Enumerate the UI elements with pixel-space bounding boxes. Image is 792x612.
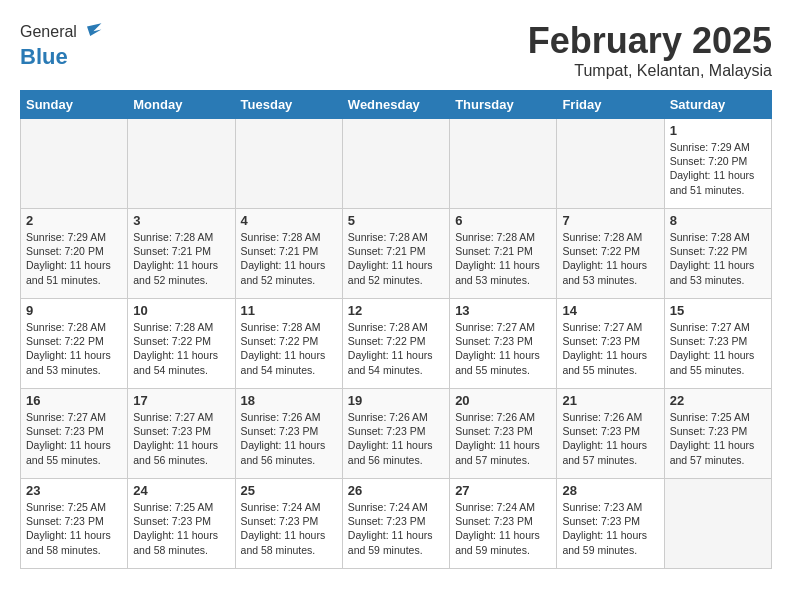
page-header: General Blue February 2025 Tumpat, Kelan… xyxy=(20,20,772,80)
calendar-cell: 18Sunrise: 7:26 AM Sunset: 7:23 PM Dayli… xyxy=(235,389,342,479)
day-info: Sunrise: 7:27 AM Sunset: 7:23 PM Dayligh… xyxy=(562,320,658,377)
day-number: 5 xyxy=(348,213,444,228)
day-info: Sunrise: 7:26 AM Sunset: 7:23 PM Dayligh… xyxy=(455,410,551,467)
day-number: 28 xyxy=(562,483,658,498)
day-number: 6 xyxy=(455,213,551,228)
calendar-cell xyxy=(664,479,771,569)
day-info: Sunrise: 7:28 AM Sunset: 7:21 PM Dayligh… xyxy=(133,230,229,287)
calendar-cell: 17Sunrise: 7:27 AM Sunset: 7:23 PM Dayli… xyxy=(128,389,235,479)
day-number: 14 xyxy=(562,303,658,318)
calendar-cell: 28Sunrise: 7:23 AM Sunset: 7:23 PM Dayli… xyxy=(557,479,664,569)
day-info: Sunrise: 7:29 AM Sunset: 7:20 PM Dayligh… xyxy=(670,140,766,197)
logo: General Blue xyxy=(20,20,103,70)
day-info: Sunrise: 7:28 AM Sunset: 7:22 PM Dayligh… xyxy=(348,320,444,377)
svg-marker-0 xyxy=(87,23,101,36)
calendar-cell: 24Sunrise: 7:25 AM Sunset: 7:23 PM Dayli… xyxy=(128,479,235,569)
calendar-cell xyxy=(235,119,342,209)
weekday-header-monday: Monday xyxy=(128,91,235,119)
calendar-cell: 21Sunrise: 7:26 AM Sunset: 7:23 PM Dayli… xyxy=(557,389,664,479)
logo-blue-text: Blue xyxy=(20,44,103,70)
day-info: Sunrise: 7:27 AM Sunset: 7:23 PM Dayligh… xyxy=(455,320,551,377)
calendar-cell xyxy=(557,119,664,209)
day-number: 7 xyxy=(562,213,658,228)
day-number: 4 xyxy=(241,213,337,228)
day-number: 11 xyxy=(241,303,337,318)
logo-general-text: General xyxy=(20,23,77,41)
day-info: Sunrise: 7:25 AM Sunset: 7:23 PM Dayligh… xyxy=(26,500,122,557)
day-number: 22 xyxy=(670,393,766,408)
calendar-cell xyxy=(342,119,449,209)
day-info: Sunrise: 7:29 AM Sunset: 7:20 PM Dayligh… xyxy=(26,230,122,287)
calendar-cell: 15Sunrise: 7:27 AM Sunset: 7:23 PM Dayli… xyxy=(664,299,771,389)
day-number: 10 xyxy=(133,303,229,318)
day-info: Sunrise: 7:28 AM Sunset: 7:22 PM Dayligh… xyxy=(133,320,229,377)
day-info: Sunrise: 7:24 AM Sunset: 7:23 PM Dayligh… xyxy=(241,500,337,557)
calendar-cell: 20Sunrise: 7:26 AM Sunset: 7:23 PM Dayli… xyxy=(450,389,557,479)
logo-bird-icon xyxy=(79,20,103,44)
day-number: 13 xyxy=(455,303,551,318)
day-number: 19 xyxy=(348,393,444,408)
day-number: 20 xyxy=(455,393,551,408)
calendar-cell: 11Sunrise: 7:28 AM Sunset: 7:22 PM Dayli… xyxy=(235,299,342,389)
day-number: 21 xyxy=(562,393,658,408)
week-row-4: 16Sunrise: 7:27 AM Sunset: 7:23 PM Dayli… xyxy=(21,389,772,479)
day-info: Sunrise: 7:27 AM Sunset: 7:23 PM Dayligh… xyxy=(670,320,766,377)
day-info: Sunrise: 7:28 AM Sunset: 7:21 PM Dayligh… xyxy=(348,230,444,287)
day-info: Sunrise: 7:26 AM Sunset: 7:23 PM Dayligh… xyxy=(562,410,658,467)
day-number: 8 xyxy=(670,213,766,228)
day-info: Sunrise: 7:26 AM Sunset: 7:23 PM Dayligh… xyxy=(348,410,444,467)
calendar-cell: 12Sunrise: 7:28 AM Sunset: 7:22 PM Dayli… xyxy=(342,299,449,389)
day-info: Sunrise: 7:27 AM Sunset: 7:23 PM Dayligh… xyxy=(133,410,229,467)
day-info: Sunrise: 7:27 AM Sunset: 7:23 PM Dayligh… xyxy=(26,410,122,467)
weekday-header-friday: Friday xyxy=(557,91,664,119)
day-number: 26 xyxy=(348,483,444,498)
calendar-cell: 22Sunrise: 7:25 AM Sunset: 7:23 PM Dayli… xyxy=(664,389,771,479)
day-number: 1 xyxy=(670,123,766,138)
calendar-cell xyxy=(128,119,235,209)
day-number: 24 xyxy=(133,483,229,498)
day-info: Sunrise: 7:23 AM Sunset: 7:23 PM Dayligh… xyxy=(562,500,658,557)
day-number: 15 xyxy=(670,303,766,318)
day-info: Sunrise: 7:28 AM Sunset: 7:22 PM Dayligh… xyxy=(562,230,658,287)
week-row-3: 9Sunrise: 7:28 AM Sunset: 7:22 PM Daylig… xyxy=(21,299,772,389)
day-info: Sunrise: 7:28 AM Sunset: 7:22 PM Dayligh… xyxy=(241,320,337,377)
day-info: Sunrise: 7:28 AM Sunset: 7:22 PM Dayligh… xyxy=(670,230,766,287)
day-info: Sunrise: 7:26 AM Sunset: 7:23 PM Dayligh… xyxy=(241,410,337,467)
calendar-cell: 1Sunrise: 7:29 AM Sunset: 7:20 PM Daylig… xyxy=(664,119,771,209)
calendar-cell: 6Sunrise: 7:28 AM Sunset: 7:21 PM Daylig… xyxy=(450,209,557,299)
day-info: Sunrise: 7:28 AM Sunset: 7:21 PM Dayligh… xyxy=(241,230,337,287)
calendar-cell: 8Sunrise: 7:28 AM Sunset: 7:22 PM Daylig… xyxy=(664,209,771,299)
calendar-cell: 5Sunrise: 7:28 AM Sunset: 7:21 PM Daylig… xyxy=(342,209,449,299)
weekday-header-wednesday: Wednesday xyxy=(342,91,449,119)
day-number: 16 xyxy=(26,393,122,408)
calendar-cell xyxy=(450,119,557,209)
calendar-cell: 26Sunrise: 7:24 AM Sunset: 7:23 PM Dayli… xyxy=(342,479,449,569)
day-number: 27 xyxy=(455,483,551,498)
day-number: 9 xyxy=(26,303,122,318)
month-title: February 2025 xyxy=(528,20,772,62)
calendar-cell: 25Sunrise: 7:24 AM Sunset: 7:23 PM Dayli… xyxy=(235,479,342,569)
calendar-cell: 19Sunrise: 7:26 AM Sunset: 7:23 PM Dayli… xyxy=(342,389,449,479)
day-number: 3 xyxy=(133,213,229,228)
day-number: 23 xyxy=(26,483,122,498)
calendar-cell xyxy=(21,119,128,209)
weekday-header-row: SundayMondayTuesdayWednesdayThursdayFrid… xyxy=(21,91,772,119)
calendar-cell: 4Sunrise: 7:28 AM Sunset: 7:21 PM Daylig… xyxy=(235,209,342,299)
weekday-header-thursday: Thursday xyxy=(450,91,557,119)
calendar-cell: 16Sunrise: 7:27 AM Sunset: 7:23 PM Dayli… xyxy=(21,389,128,479)
calendar-cell: 10Sunrise: 7:28 AM Sunset: 7:22 PM Dayli… xyxy=(128,299,235,389)
day-number: 12 xyxy=(348,303,444,318)
day-info: Sunrise: 7:25 AM Sunset: 7:23 PM Dayligh… xyxy=(670,410,766,467)
calendar-cell: 27Sunrise: 7:24 AM Sunset: 7:23 PM Dayli… xyxy=(450,479,557,569)
day-info: Sunrise: 7:28 AM Sunset: 7:21 PM Dayligh… xyxy=(455,230,551,287)
weekday-header-tuesday: Tuesday xyxy=(235,91,342,119)
weekday-header-saturday: Saturday xyxy=(664,91,771,119)
calendar-cell: 14Sunrise: 7:27 AM Sunset: 7:23 PM Dayli… xyxy=(557,299,664,389)
week-row-5: 23Sunrise: 7:25 AM Sunset: 7:23 PM Dayli… xyxy=(21,479,772,569)
calendar-cell: 23Sunrise: 7:25 AM Sunset: 7:23 PM Dayli… xyxy=(21,479,128,569)
day-info: Sunrise: 7:24 AM Sunset: 7:23 PM Dayligh… xyxy=(455,500,551,557)
title-block: February 2025 Tumpat, Kelantan, Malaysia xyxy=(528,20,772,80)
calendar-table: SundayMondayTuesdayWednesdayThursdayFrid… xyxy=(20,90,772,569)
calendar-cell: 13Sunrise: 7:27 AM Sunset: 7:23 PM Dayli… xyxy=(450,299,557,389)
location-subtitle: Tumpat, Kelantan, Malaysia xyxy=(528,62,772,80)
